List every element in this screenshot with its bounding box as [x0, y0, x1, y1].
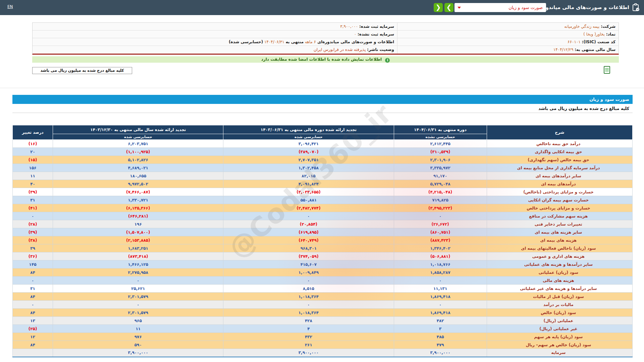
row-label: سایر درآمدهای بیمه ای	[487, 172, 632, 180]
signed-data-banner: i اطلاعات نمایش داده شده با اطلاعات امضا…	[32, 56, 619, 63]
table-row: مالیات بر درآمد۰۰۰۰	[13, 301, 633, 309]
value-current-period: ۲,۳۰۱,۹۰۶	[394, 156, 487, 164]
unregistered-capital-value: ۰	[354, 32, 356, 37]
row-label: سایر درآمدها و هزینه های غیر عملیاتی	[487, 285, 632, 293]
company-cell: شرکت: بیمه زندگي خاورمیانه	[397, 23, 619, 30]
value-percent-change: (۲۵)	[13, 325, 53, 333]
value-restated-period: ۲,۷۰۷,۳۵۱	[223, 156, 394, 164]
value-restated-period: ۴۱۵,۶۰۷	[223, 260, 394, 268]
subheader-audited-2: حسابرسی شده	[53, 134, 223, 140]
table-row: سود (زیان) خالص هر سهم– ریال۴۷۹۲۶۱۵۹۰۸۴	[13, 341, 633, 349]
value-restated-period: ۸,۵۱۵	[223, 285, 394, 293]
value-percent-change: ۸۴	[13, 268, 53, 277]
previous-statement-button[interactable]: ❮	[434, 3, 443, 12]
row-label: درآمد حق بیمه ناخالص	[487, 140, 632, 148]
table-row: سود (زیان) ناخالص فعالیتهای بیمه ای۱,۳۴۶…	[13, 244, 633, 252]
table-row: درآمد سرمایه گذاری از محل منابع بیمه ای۳…	[13, 164, 633, 172]
income-statement-table-wrap: شرح دوره منتهی به ۱۴۰۴/۰۶/۳۱ تجدید ارائه…	[12, 125, 633, 357]
value-restated-year: (۷,۴۶۶,۰۸۷)	[53, 188, 223, 196]
row-label: سایر هزینه های بیمه ای	[487, 228, 632, 236]
value-current-period: ۲,۶۱۲,۴۴۵	[394, 140, 487, 148]
value-restated-period: ۴۳۲	[223, 333, 394, 341]
value-percent-change: (۱۶)	[13, 140, 53, 148]
language-en-link[interactable]: EN	[7, 4, 13, 9]
value-restated-period: ۴	[223, 325, 394, 333]
registered-capital-cell: سرمایه ثبت شده: ۳,۹۰۰,۰۰۰	[33, 23, 397, 30]
value-restated-period: ۲۶۱	[223, 341, 394, 349]
table-row: هزینه های اداری و عمومی(۵۰۶,۸۸۱)(۳۷۴,۰۵۹…	[13, 252, 633, 260]
value-percent-change: (۳۹)	[13, 188, 53, 196]
value-restated-year: ۲۵,۶۲۱	[53, 285, 223, 293]
value-restated-year: ۰	[53, 301, 223, 309]
registered-capital-label: سرمایه ثبت شده:	[359, 24, 394, 29]
value-restated-year: (۶۴۶,۲۸۱)	[53, 212, 223, 220]
info-row-1: شرکت: بیمه زندگي خاورمیانه سرمایه ثبت شد…	[33, 23, 619, 31]
row-label: سود (زیان) خالص هر سهم– ریال	[487, 341, 632, 349]
value-restated-period: (۶۱۹,۸۹۵)	[223, 228, 394, 236]
value-restated-period: ۱,۰۱۸,۳۶۴	[223, 293, 394, 301]
value-current-period: ۳	[394, 325, 487, 333]
next-statement-button[interactable]: ❯	[444, 3, 453, 12]
value-current-period: ۳,۹۰۰,۰۰۰	[394, 349, 487, 357]
table-row: سود (زیان) قبل از مالیات۱,۸۶۹,۴۱۸۱,۰۱۸,۳…	[13, 293, 633, 301]
period-date-value: ۱۴۰۴/۰۶/۳۱	[264, 40, 284, 44]
table-row: خسارت سهم بیمه گران اتکایی۷۱۹,۸۲۵۵۵۰,۸۸۱…	[13, 196, 633, 204]
value-current-period: ۰	[394, 301, 487, 309]
header-restated-year: تجدید ارائه شده سال مالی منتهی به ۱۴۰۳/۱…	[53, 125, 223, 134]
value-current-period: ۴۷۹	[394, 341, 487, 349]
row-label: غیر عملیاتی (ریال)	[487, 325, 632, 333]
row-label: درآمد سرمایه گذاری از محل منابع بیمه ای	[487, 164, 632, 172]
subheader-unaudited: حسابرسی نشده	[394, 134, 487, 140]
value-restated-year: ۹۶۵	[53, 317, 223, 325]
value-restated-period: ۱,۰۰۹,۸۴۹	[223, 268, 394, 277]
header-divider	[0, 88, 644, 88]
value-restated-period: ۰	[223, 301, 394, 309]
table-row: سایر درآمدها و هزینه های عملیاتی۱,۰۱۸,۷۶…	[13, 260, 633, 268]
value-restated-year: (۶,۱۳۵,۳۶۶)	[53, 204, 223, 212]
value-restated-year: ۵۹۰	[53, 341, 223, 349]
value-percent-change: ۱۱	[13, 172, 53, 180]
issuer-status-value: پذیرفته شده در فرابورس ایران	[314, 47, 366, 52]
value-restated-year: (۸۷۳,۴۱۸)	[53, 252, 223, 260]
table-row: تغییرات سایر ذخایر فنی(۲۶,۶۷۲)(۲۰,۸۵۴)۱۹…	[13, 220, 633, 228]
income-table-body: درآمد حق بیمه ناخالص۲,۶۱۲,۴۴۵۳,۰۹۶,۴۲۱۶,…	[13, 140, 633, 357]
info-row-3: کد صنعت (ISIC): ۶۶۰۱۰۱ اطلاعات و صورت‌ها…	[33, 38, 619, 46]
value-percent-change: ۰	[13, 277, 53, 285]
value-restated-period: ۹۶۸,۳۰۱	[223, 244, 394, 252]
statement-type-select[interactable]: صورت سود و زیان	[454, 3, 546, 12]
value-restated-year: ۱۸۰,۶۵۵	[53, 172, 223, 180]
value-current-period: (۸۸۷,۴۲۳)	[394, 236, 487, 244]
value-current-period: ۹۱,۱۷۰	[394, 172, 487, 180]
unregistered-capital-cell: سرمایه ثبت نشده: ۰	[33, 31, 397, 38]
value-current-period: ۱۱,۱۳۱	[394, 285, 487, 293]
value-percent-change: ۱۲	[13, 333, 53, 341]
statement-note-row: کلیه مبالغ درج شده به میلیون ریال می باش…	[12, 104, 633, 113]
row-label: حق بیمه خالص (سهم نگهداری)	[487, 156, 632, 164]
value-percent-change	[13, 349, 53, 357]
export-document-icon[interactable]	[604, 66, 610, 74]
row-label: خسارت و مزایای پرداختی (ناخالص)	[487, 188, 632, 196]
value-restated-period: ۰	[223, 212, 394, 220]
value-current-period: ۵,۷۲۹,۰۴۸	[394, 180, 487, 188]
row-label: خسارت و مزایای پرداختی خالص	[487, 204, 632, 212]
million-rial-note-box: کلیه مبالغ درج شده به میلیون ریال می باش…	[32, 67, 132, 74]
value-percent-change: ۳۱	[13, 285, 53, 293]
row-label: حق بیمه اتکایی واگذاری	[487, 148, 632, 156]
statement-note-text: کلیه مبالغ درج شده به میلیون ریال می باش…	[538, 104, 629, 113]
registered-capital-value: ۳,۹۰۰,۰۰۰	[340, 24, 358, 29]
row-label: هزینه های اداری و عمومی	[487, 252, 632, 260]
value-percent-change: ۸۴	[13, 293, 53, 301]
clipboard-check-icon	[636, 8, 639, 11]
table-row: خسارت و مزایای پرداختی (ناخالص)(۴,۲۱۵,۰۴…	[13, 188, 633, 196]
header-restated-period: تجدید ارائه شده دوره مالی منتهی به ۱۴۰۳/…	[223, 125, 394, 134]
value-current-period: (۳۱۰,۵۳۹)	[394, 148, 487, 156]
value-restated-period: ۴۲۸	[223, 317, 394, 325]
value-restated-period: ۵۵۰,۸۸۱	[223, 196, 394, 204]
header-percent-change: درصد تغییر	[13, 125, 53, 140]
fiscal-year-value: ۱۴۰۴/۱۲/۲۹	[553, 47, 574, 52]
statement-title-bar: صورت سود و زیان	[12, 95, 633, 104]
company-info-table: شرکت: بیمه زندگي خاورمیانه سرمایه ثبت شد…	[32, 22, 619, 55]
value-percent-change: (۴۱)	[13, 204, 53, 212]
value-restated-period: ۴,۰۹۱,۸۲۴	[223, 180, 394, 188]
period-audited-note: (حسابرسی شده)	[229, 40, 263, 44]
